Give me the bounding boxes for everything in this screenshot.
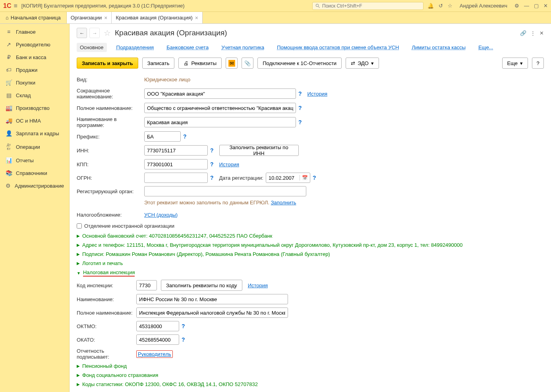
fill-link[interactable]: Заполнить xyxy=(271,200,296,206)
star-icon[interactable]: ☆ xyxy=(448,3,452,9)
fill-by-code-button[interactable]: Заполнить реквизиты по коду xyxy=(161,280,242,291)
sidebar-item-production[interactable]: 🏭Производство xyxy=(0,102,69,114)
global-search[interactable] xyxy=(312,2,423,10)
inn-input[interactable] xyxy=(144,145,208,156)
label-kind: Вид: xyxy=(77,77,144,83)
attach-button[interactable]: 📎 xyxy=(242,58,253,69)
sidebar-item-bank[interactable]: ₽Банк и касса xyxy=(0,51,69,63)
collapse-stats[interactable]: ▶Коды статистики: ОКОПФ 12300, ОКФС 16, … xyxy=(77,381,544,387)
reg-org-input[interactable] xyxy=(144,186,306,196)
collapse-address[interactable]: ▶Адрес и телефон: 121151, Москва г, Внут… xyxy=(77,242,544,248)
save-close-button[interactable]: Записать и закрыть xyxy=(77,58,138,69)
nav-forward-button[interactable]: → xyxy=(89,28,100,38)
maximize-icon[interactable]: ▢ xyxy=(534,3,539,9)
user-name[interactable]: Андрей Алексеевич xyxy=(460,3,507,9)
tag-icon: 🏷 xyxy=(6,67,12,73)
sidebar-item-assets[interactable]: 🚚ОС и НМА xyxy=(0,114,69,127)
insp-code-input[interactable] xyxy=(136,280,157,290)
ifns-full-input[interactable] xyxy=(136,307,288,318)
history-icon[interactable]: ↺ xyxy=(439,3,443,9)
history-link[interactable]: История xyxy=(219,161,239,167)
help-icon[interactable]: ? xyxy=(210,175,214,181)
settings-icon[interactable]: ⚙ xyxy=(514,3,519,9)
help-icon[interactable]: ? xyxy=(298,105,302,111)
link-icon[interactable]: 🔗 xyxy=(520,30,526,36)
subtab-cash-limits[interactable]: Лимиты остатка кассы xyxy=(408,43,469,52)
oktmo-input[interactable] xyxy=(136,321,179,331)
subtab-usn-helper[interactable]: Помощник ввода остатков при смене объект… xyxy=(274,43,402,52)
sidebar-item-references[interactable]: 📚Справочники xyxy=(0,167,69,179)
collapse-pension[interactable]: ▶Пенсионный фонд xyxy=(77,363,544,369)
sidebar-item-reports[interactable]: 📊Отчеты xyxy=(0,154,69,167)
sidebar-item-main[interactable]: ≡Главное xyxy=(0,25,69,38)
help-icon[interactable]: ? xyxy=(298,119,302,125)
help-icon[interactable]: ? xyxy=(183,133,187,140)
subtab-divisions[interactable]: Подразделения xyxy=(113,43,157,52)
full-name-input[interactable] xyxy=(144,103,296,113)
help-icon[interactable]: ? xyxy=(298,90,302,97)
collapse-logo[interactable]: ▶Логотип и печать xyxy=(77,260,544,266)
panel-close-icon[interactable]: ✕ xyxy=(539,30,544,36)
signed-by-link[interactable]: Руководитель xyxy=(138,351,171,357)
tab-org-detail[interactable]: Красивая акация (Организация) × xyxy=(112,12,202,23)
help-icon[interactable]: ? xyxy=(313,175,316,181)
tab-close-icon[interactable]: × xyxy=(195,15,198,21)
requisites-button[interactable]: 🖨Реквизиты xyxy=(178,58,222,69)
label-tax: Налогообложение: xyxy=(77,212,144,218)
collapse-signatures[interactable]: ▶Подписи: Ромашкин Роман Романович (Дире… xyxy=(77,251,544,257)
foreign-branch-checkbox[interactable] xyxy=(77,223,82,229)
subtab-bank-accounts[interactable]: Банковские счета xyxy=(163,43,212,52)
short-name-input[interactable] xyxy=(144,88,296,99)
close-icon[interactable]: ✕ xyxy=(543,3,548,9)
kpp-input[interactable] xyxy=(144,159,208,169)
sidebar-item-admin[interactable]: ⚙Администрирование xyxy=(0,179,69,192)
subtab-more[interactable]: Еще... xyxy=(475,43,496,52)
cart-icon: 🛒 xyxy=(6,79,12,86)
sidebar-item-salary[interactable]: 👤Зарплата и кадры xyxy=(0,127,69,140)
calendar-icon[interactable]: 📅 xyxy=(300,175,310,181)
okato-input[interactable] xyxy=(136,334,179,345)
help-icon[interactable]: ? xyxy=(182,323,185,329)
page-title: Красивая акация (Организация) xyxy=(115,29,227,37)
connect-1c-button[interactable]: Подключение к 1С-Отчетности xyxy=(257,58,342,69)
reg-hint: Этот реквизит можно заполнить по данным … xyxy=(144,200,544,206)
hamburger-icon[interactable]: ≡ xyxy=(14,2,17,10)
history-link[interactable]: История xyxy=(307,91,327,97)
collapse-social[interactable]: ▶Фонд социального страхования xyxy=(77,372,544,378)
help-icon[interactable]: ? xyxy=(182,336,185,343)
history-link[interactable]: История xyxy=(248,282,268,288)
edo-button[interactable]: ⇄ЭДО ▾ xyxy=(346,58,379,69)
favorite-star-icon[interactable]: ☆ xyxy=(104,28,111,38)
prog-name-input[interactable] xyxy=(144,117,296,127)
ogrn-input[interactable] xyxy=(144,173,208,183)
help-button[interactable]: ? xyxy=(532,58,544,69)
chevron-right-icon: ▶ xyxy=(77,234,80,238)
collapse-bank[interactable]: ▶Основной банковский счет: 4070281085645… xyxy=(77,233,544,239)
reg-date-input[interactable]: 📅 xyxy=(266,173,310,183)
subtab-accounting-policy[interactable]: Учетная политика xyxy=(218,43,267,52)
search-input[interactable] xyxy=(322,3,421,9)
kebab-icon[interactable]: ⋮ xyxy=(530,30,536,36)
tax-link[interactable]: УСН (доходы) xyxy=(144,212,178,218)
more-button[interactable]: Еще ▾ xyxy=(502,58,528,69)
ifns-name-input[interactable] xyxy=(136,294,288,304)
sidebar-item-manager[interactable]: ↗Руководителю xyxy=(0,38,69,51)
fill-by-inn-button[interactable]: Заполнить реквизиты по ИНН xyxy=(219,145,299,156)
minimize-icon[interactable]: — xyxy=(524,3,529,9)
nav-back-button[interactable]: ← xyxy=(77,28,87,38)
tab-home[interactable]: ⌂ Начальная страница xyxy=(0,12,67,23)
sidebar-item-warehouse[interactable]: ▤Склад xyxy=(0,89,69,102)
tab-organizations[interactable]: Организации × xyxy=(67,12,112,23)
sidebar-item-purchases[interactable]: 🛒Покупки xyxy=(0,76,69,89)
sidebar-item-sales[interactable]: 🏷Продажи xyxy=(0,63,69,76)
tab-close-icon[interactable]: × xyxy=(104,15,107,21)
sidebar-item-operations[interactable]: ДтКтОперации xyxy=(0,140,69,154)
help-icon[interactable]: ? xyxy=(210,147,214,154)
collapse-tax-inspection[interactable]: ▼Налоговая инспекция xyxy=(77,269,544,277)
subtab-main[interactable]: Основное xyxy=(77,43,107,52)
bell-icon[interactable]: 🔔 xyxy=(427,3,434,9)
save-button[interactable]: Записать xyxy=(142,58,175,69)
prefix-input[interactable] xyxy=(144,131,181,142)
help-icon[interactable]: ? xyxy=(210,161,214,167)
email-button[interactable]: ✉ xyxy=(226,58,238,69)
